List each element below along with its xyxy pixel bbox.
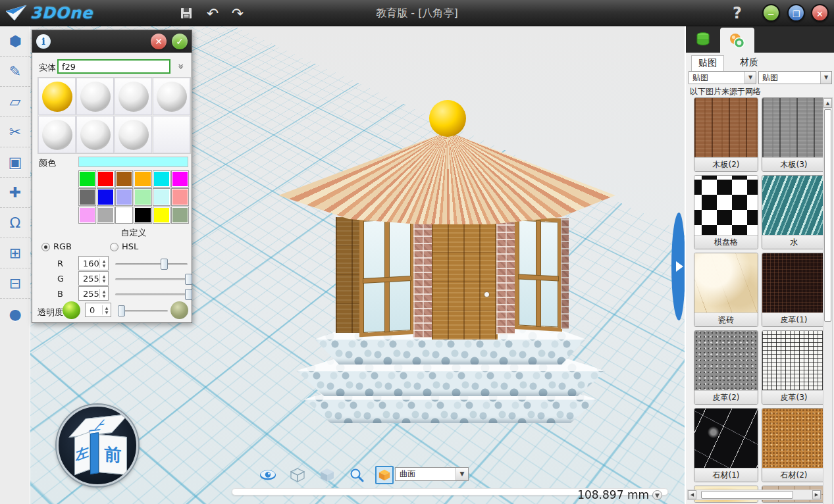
info-icon[interactable]: i [36,34,51,49]
primitive-shapes-icon[interactable]: ⬢ [0,26,30,57]
palette-swatch[interactable] [153,207,170,224]
render-material-icon[interactable]: ● [0,299,30,329]
panel-collapse-handle[interactable] [671,213,685,320]
material-swatch-silver[interactable] [38,116,76,153]
display-mode-dropdown[interactable]: 曲面 ▼ [395,467,469,481]
texture-filter-dropdown-left[interactable]: 贴图 ▼ [689,71,756,84]
scroll-up-icon[interactable]: ▲ [823,98,832,108]
material-swatch-silver[interactable] [76,78,114,115]
hsl-radio[interactable] [110,243,118,251]
channel-r-slider[interactable] [115,263,188,265]
chevron-down-icon[interactable]: ▼ [820,72,831,84]
texture-card[interactable]: 石材(2) [762,408,826,482]
sketch-plane-icon[interactable]: ▱ [0,87,30,117]
horizontal-scrollbar[interactable]: ◀ ▶ [687,490,821,500]
texture-card[interactable]: 皮革(3) [762,330,826,405]
navigation-cube[interactable]: 上 左 前 [57,405,138,486]
palette-swatch[interactable] [78,170,96,188]
texture-card[interactable]: 瓷砖 [694,253,758,327]
zoom-button[interactable] [348,466,366,484]
vertical-scrollbar[interactable]: ▲ ▼ [823,97,833,504]
palette-swatch[interactable] [78,207,96,224]
hsl-radio-label[interactable]: HSL [122,241,138,251]
current-color-swatch[interactable] [78,157,188,167]
channel-g-slider[interactable] [115,278,188,280]
restore-button[interactable]: ❐ [787,4,805,22]
palette-swatch[interactable] [78,188,96,205]
material-swatch-silver[interactable] [76,116,114,153]
material-swatch-silver[interactable] [115,78,152,115]
chevron-down-icon[interactable]: ▼ [456,468,468,480]
chevron-down-icon[interactable]: ▼ [652,490,662,500]
transparency-slider-knob[interactable] [118,305,125,316]
magnet-assembly-icon[interactable]: Ω [0,208,30,238]
section-view-icon[interactable]: ⊟ [0,268,30,299]
scroll-left-icon[interactable]: ◀ [688,490,696,499]
rgb-radio-label[interactable]: RGB [53,241,72,251]
texture-card[interactable]: 石材(1) [694,408,758,482]
help-button[interactable]: ? [726,3,748,24]
spinner-arrows-icon[interactable]: ▲▼ [99,274,108,283]
palette-swatch[interactable] [171,188,189,205]
redo-button[interactable]: ↷ [228,4,248,22]
spinner-arrows-icon[interactable]: ▲▼ [99,259,108,268]
pavilion-door[interactable] [432,221,498,340]
texture-card[interactable]: 棋盘格 [694,175,758,249]
trim-sweep-icon[interactable]: ✂ [0,117,30,147]
texture-filter-dropdown-right[interactable]: 贴图 ▼ [758,71,832,84]
palette-swatch[interactable] [115,170,133,188]
wireframe-view-button[interactable] [288,466,307,484]
chevron-down-icon[interactable]: ▼ [744,72,756,84]
pavilion-right-edge[interactable] [561,218,569,329]
pavilion-brick-pillar[interactable] [496,218,515,334]
texture-card[interactable]: 皮革(2) [694,330,758,405]
move-transform-icon[interactable]: ✚ [0,178,30,208]
pavilion-left-shutter[interactable] [336,217,359,333]
palette-swatch[interactable] [153,188,170,205]
palette-swatch[interactable] [134,188,151,205]
custom-color-label[interactable]: 自定义 [78,227,189,239]
textured-view-button[interactable] [375,466,394,484]
texture-card[interactable]: 水 [762,175,826,249]
material-swatch-gold[interactable] [38,78,76,115]
palette-swatch[interactable] [115,207,133,224]
shaded-view-button[interactable] [318,466,336,484]
entity-input[interactable] [57,59,170,74]
spinner-arrows-icon[interactable]: ▲▼ [99,289,108,298]
solid-feature-icon[interactable]: ▣ [0,147,30,178]
close-button[interactable]: ✕ [811,4,829,22]
minimize-button[interactable]: − [762,4,780,22]
scroll-right-icon[interactable]: ▶ [812,490,821,499]
horizontal-scroll-thumb[interactable] [701,491,793,499]
pavilion-right-window[interactable] [515,216,562,332]
expand-chevron-icon[interactable]: » [174,60,188,73]
tab-textures[interactable]: 贴图 [691,55,724,71]
texture-card[interactable]: 木板(3) [762,97,826,172]
material-render-tab[interactable] [720,28,754,54]
palette-swatch[interactable] [97,170,115,188]
material-swatch-empty[interactable] [153,116,190,153]
visibility-eye-button[interactable] [259,466,277,484]
palette-swatch[interactable] [134,170,151,188]
nav-cube-highlighted-edge[interactable] [90,432,99,474]
library-database-tab[interactable] [686,26,720,53]
palette-swatch[interactable] [153,170,170,188]
channel-g-slider-knob[interactable] [185,274,192,285]
palette-swatch[interactable] [134,207,151,224]
cancel-button[interactable]: ✕ [151,34,167,49]
tab-materials[interactable]: 材质 [733,55,765,71]
channel-b-slider[interactable] [115,293,188,295]
palette-swatch[interactable] [115,188,133,205]
spinner-arrows-icon[interactable]: ▲▼ [102,305,111,315]
palette-swatch[interactable] [97,207,115,224]
material-swatch-silver[interactable] [153,78,190,115]
combine-solids-icon[interactable]: ⊞ [0,238,30,268]
texture-card[interactable]: 皮革(1) [762,253,826,327]
channel-r-spinbox[interactable]: 160 ▲▼ [78,256,109,270]
palette-swatch[interactable] [171,207,189,224]
save-button[interactable] [176,4,196,22]
channel-b-slider-knob[interactable] [185,289,192,300]
pavilion-gold-finial[interactable] [429,100,466,137]
pavilion-left-window[interactable] [359,214,415,337]
palette-swatch[interactable] [97,188,115,205]
